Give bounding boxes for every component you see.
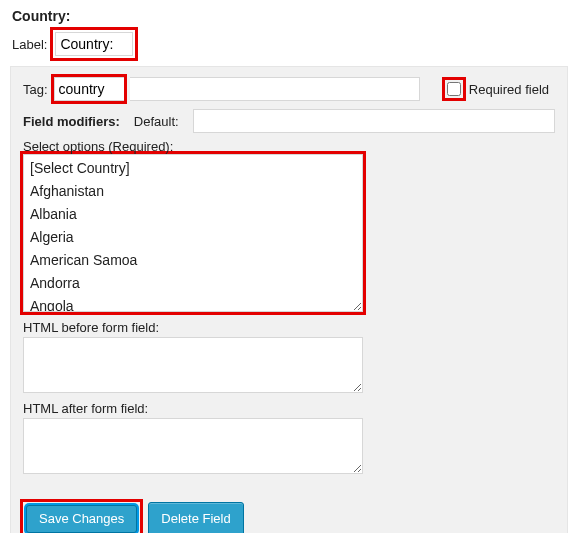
html-before-label: HTML before form field: — [23, 320, 555, 335]
modifiers-row: Field modifiers: Default: — [23, 109, 555, 133]
save-highlight: Save Changes — [23, 502, 140, 533]
save-button[interactable]: Save Changes — [26, 505, 137, 533]
button-row: Save Changes Delete Field — [23, 502, 555, 533]
label-label: Label: — [12, 37, 47, 52]
select-option[interactable]: [Select Country] — [28, 157, 358, 180]
html-before-textarea[interactable] — [23, 337, 363, 393]
label-highlight — [53, 30, 135, 58]
select-option[interactable]: Albania — [28, 203, 358, 226]
field-editor: Country: Label: Tag: Required field Fiel… — [0, 0, 578, 533]
tag-input-extra[interactable] — [130, 77, 420, 101]
modifiers-label: Field modifiers: — [23, 114, 120, 129]
default-input[interactable] — [193, 109, 555, 133]
select-option[interactable]: Afghanistan — [28, 180, 358, 203]
field-settings-panel: Tag: Required field Field modifiers: Def… — [10, 66, 568, 533]
tag-label: Tag: — [23, 82, 48, 97]
tag-input[interactable] — [54, 77, 124, 101]
html-after-textarea[interactable] — [23, 418, 363, 474]
select-options-list[interactable]: [Select Country]AfghanistanAlbaniaAlgeri… — [23, 154, 363, 312]
default-label: Default: — [134, 114, 179, 129]
required-label: Required field — [469, 82, 549, 97]
select-option[interactable]: Algeria — [28, 226, 358, 249]
tag-row: Tag: Required field — [23, 77, 555, 101]
html-after-label: HTML after form field: — [23, 401, 555, 416]
select-options-label: Select options (Required): — [23, 139, 555, 154]
select-option[interactable]: Angola — [28, 295, 358, 312]
label-input[interactable] — [55, 32, 133, 56]
select-option[interactable]: American Samoa — [28, 249, 358, 272]
label-row: Label: — [12, 30, 568, 58]
required-checkbox[interactable] — [447, 82, 461, 96]
required-highlight — [445, 80, 463, 98]
field-heading: Country: — [12, 8, 568, 24]
required-box: Required field — [445, 80, 555, 98]
select-option[interactable]: Andorra — [28, 272, 358, 295]
delete-button[interactable]: Delete Field — [148, 502, 243, 533]
tag-highlight — [54, 77, 124, 101]
